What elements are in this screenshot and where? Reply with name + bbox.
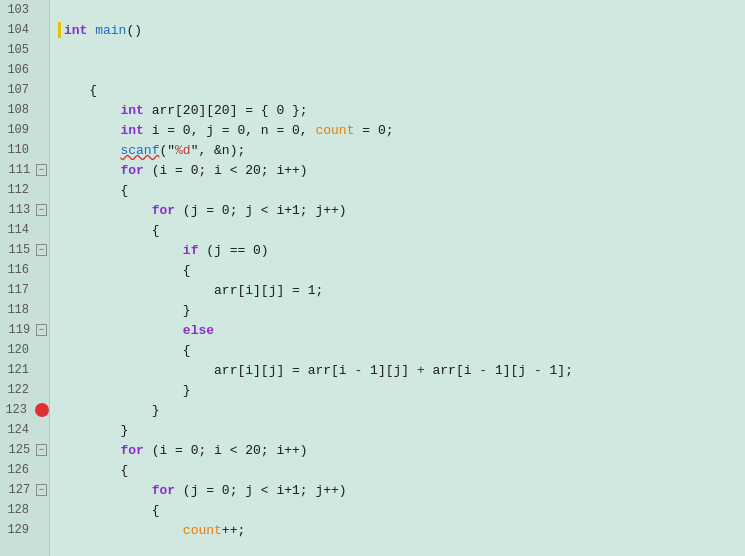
gutter-row: 105	[0, 40, 49, 60]
line-number: 103	[0, 3, 35, 17]
line-number: 111	[0, 163, 36, 177]
fold-icon[interactable]: −	[36, 484, 47, 496]
token-op: +	[417, 363, 425, 378]
indent	[58, 383, 183, 398]
gutter-row: 122	[0, 380, 49, 400]
line-number: 129	[0, 523, 35, 537]
token-plain: }	[183, 383, 191, 398]
code-line: {	[58, 500, 745, 520]
line-number: 116	[0, 263, 35, 277]
gutter-row: 121	[0, 360, 49, 380]
indent	[58, 243, 183, 258]
token-plain: arr[i][j] = 1;	[214, 283, 323, 298]
token-squiggle-wrap: scanf	[120, 143, 159, 158]
no-breakpoint	[35, 263, 49, 277]
indent	[58, 143, 120, 158]
indent	[58, 443, 120, 458]
breakpoint-icon[interactable]	[35, 403, 49, 417]
no-breakpoint	[35, 343, 49, 357]
gutter-row: 106	[0, 60, 49, 80]
code-line: int i = 0, j = 0, n = 0, count = 0;	[58, 120, 745, 140]
code-line: }	[58, 380, 745, 400]
code-line: }	[58, 300, 745, 320]
line-number: 108	[0, 103, 35, 117]
gutter-row: 115−	[0, 240, 49, 260]
code-line: int main()	[58, 20, 745, 40]
code-line: }	[58, 400, 745, 420]
gutter-row: 120	[0, 340, 49, 360]
gutter-row: 116	[0, 260, 49, 280]
gutter-row: 108	[0, 100, 49, 120]
line-number: 123	[0, 403, 33, 417]
code-line: for (j = 0; j < i+1; j++)	[58, 480, 745, 500]
gutter-row: 103	[0, 0, 49, 20]
token-kw: int	[120, 123, 143, 138]
line-number: 113	[0, 203, 36, 217]
line-number: 110	[0, 143, 35, 157]
code-line: {	[58, 180, 745, 200]
code-content: int main() { int arr[20][20] = { 0 }; in…	[50, 0, 745, 556]
line-number: 114	[0, 223, 35, 237]
line-number: 128	[0, 503, 35, 517]
code-line: arr[i][j] = arr[i - 1][j] + arr[i - 1][j…	[58, 360, 745, 380]
line-number: 124	[0, 423, 35, 437]
no-breakpoint	[35, 103, 49, 117]
fold-icon[interactable]: −	[36, 204, 47, 216]
indent	[58, 363, 214, 378]
code-line: else	[58, 320, 745, 340]
fold-icon[interactable]: −	[36, 324, 47, 336]
gutter-row: 111−	[0, 160, 49, 180]
gutter-row: 109	[0, 120, 49, 140]
token-plain: {	[183, 263, 191, 278]
code-line: arr[i][j] = 1;	[58, 280, 745, 300]
indent	[58, 263, 183, 278]
line-number: 127	[0, 483, 36, 497]
code-line	[58, 40, 745, 60]
indent	[58, 123, 120, 138]
token-plain: }	[152, 403, 160, 418]
code-line	[58, 0, 745, 20]
token-plain: arr[20][20] = { 0 };	[144, 103, 308, 118]
line-number: 112	[0, 183, 35, 197]
line-number: 115	[0, 243, 36, 257]
token-kw: int	[64, 23, 87, 38]
token-arr: count	[315, 123, 354, 138]
token-plain: = 0;	[354, 123, 393, 138]
token-plain: (j = 0; j < i+1; j++)	[175, 203, 347, 218]
no-breakpoint	[35, 23, 49, 37]
indent	[58, 523, 183, 538]
token-plain: {	[89, 83, 97, 98]
no-breakpoint	[35, 43, 49, 57]
code-line: }	[58, 420, 745, 440]
line-number: 119	[0, 323, 36, 337]
no-breakpoint	[35, 363, 49, 377]
line-number: 106	[0, 63, 35, 77]
token-kw: int	[120, 103, 143, 118]
gutter-row: 113−	[0, 200, 49, 220]
gutter-row: 129	[0, 520, 49, 540]
no-breakpoint	[35, 83, 49, 97]
line-number: 109	[0, 123, 35, 137]
fold-icon[interactable]: −	[36, 244, 47, 256]
token-plain	[87, 23, 95, 38]
fold-icon[interactable]: −	[36, 164, 47, 176]
gutter-row: 124	[0, 420, 49, 440]
token-plain: ", &n);	[191, 143, 246, 158]
token-plain: {	[120, 183, 128, 198]
indent	[58, 403, 152, 418]
token-plain: arr[i	[425, 363, 480, 378]
no-breakpoint	[35, 523, 49, 537]
token-arr: count	[183, 523, 222, 538]
gutter-row: 127−	[0, 480, 49, 500]
fold-icon[interactable]: −	[36, 444, 47, 456]
indent	[58, 463, 120, 478]
token-plain: (j == 0)	[198, 243, 268, 258]
indent	[58, 483, 152, 498]
code-line: {	[58, 220, 745, 240]
token-kw: for	[120, 163, 143, 178]
line-numbers: 103104105106107108109110111−112113−11411…	[0, 0, 50, 556]
indent	[58, 83, 89, 98]
code-line: int arr[20][20] = { 0 };	[58, 100, 745, 120]
gutter-row: 118	[0, 300, 49, 320]
line-number: 107	[0, 83, 35, 97]
